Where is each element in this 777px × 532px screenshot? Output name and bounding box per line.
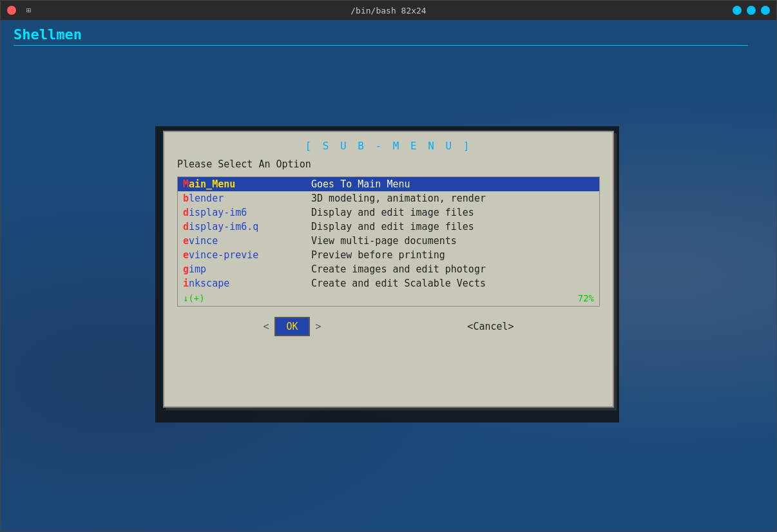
item-key: i bbox=[183, 278, 189, 289]
ok-suffix: > bbox=[310, 321, 321, 332]
item-key: d bbox=[183, 221, 189, 233]
item-key: e bbox=[183, 249, 189, 261]
item-key: g bbox=[183, 263, 189, 275]
title-bar: ⊞ /bin/bash 82x24 bbox=[1, 1, 776, 20]
list-footer: ↓(+) 72% bbox=[178, 290, 599, 306]
item-key: d bbox=[183, 207, 189, 218]
dialog-subtitle: Please Select An Option bbox=[164, 156, 613, 176]
item-description: Preview before printing bbox=[311, 249, 445, 261]
item-name: vince-previe bbox=[189, 249, 311, 261]
item-name: nkscape bbox=[189, 278, 311, 289]
title-bar-controls: ⊞ bbox=[7, 6, 31, 15]
ok-button-wrapper: < OK > bbox=[263, 317, 321, 336]
list-item[interactable]: gimp Create images and edit photogr bbox=[178, 262, 599, 276]
dialog-title: [ S U B - M E N U ] bbox=[164, 132, 613, 156]
list-item[interactable]: inkscape Create and edit Scalable Vects bbox=[178, 276, 599, 290]
close-button[interactable] bbox=[7, 6, 16, 15]
window-actions bbox=[733, 6, 770, 15]
item-name: vince bbox=[189, 235, 311, 247]
item-description: Create images and edit photogr bbox=[311, 263, 486, 275]
window-title: /bin/bash 82x24 bbox=[350, 6, 426, 15]
grid-icon[interactable]: ⊞ bbox=[26, 6, 31, 15]
menu-list: Main_Menu Goes To Main Menu blender 3D m… bbox=[177, 176, 600, 307]
item-description: 3D modeling, animation, render bbox=[311, 193, 486, 204]
list-item[interactable]: blender 3D modeling, animation, render bbox=[178, 191, 599, 205]
minimize-button[interactable] bbox=[733, 6, 742, 15]
item-description: View multi-page documents bbox=[311, 235, 457, 247]
dialog-box: [ S U B - M E N U ] Please Select An Opt… bbox=[163, 131, 614, 408]
item-description: Display and edit image files bbox=[311, 221, 474, 233]
item-description: Display and edit image files bbox=[311, 207, 474, 218]
dialog-overlay: [ S U B - M E N U ] Please Select An Opt… bbox=[1, 20, 776, 531]
item-name: ain_Menu bbox=[189, 178, 311, 190]
cancel-button[interactable]: <Cancel> bbox=[467, 321, 513, 332]
list-item[interactable]: evince-previe Preview before printing bbox=[178, 248, 599, 262]
maximize-button[interactable] bbox=[747, 6, 756, 15]
item-key: b bbox=[183, 193, 189, 204]
item-description: Goes To Main Menu bbox=[311, 178, 410, 190]
list-item[interactable]: display-im6 Display and edit image files bbox=[178, 205, 599, 220]
item-key: M bbox=[183, 178, 189, 190]
ok-prefix: < bbox=[263, 321, 274, 332]
list-item[interactable]: display-im6.q Display and edit image fil… bbox=[178, 220, 599, 234]
scroll-percent: 72% bbox=[578, 293, 594, 303]
item-description: Create and edit Scalable Vects bbox=[311, 278, 486, 289]
item-name: imp bbox=[189, 263, 311, 275]
terminal-content: Shellmen [ S U B - M E N U ] Please Sele… bbox=[1, 20, 776, 531]
item-name: isplay-im6 bbox=[189, 207, 311, 218]
item-key: e bbox=[183, 235, 189, 247]
dialog-buttons: < OK > <Cancel> bbox=[164, 307, 613, 347]
list-item[interactable]: Main_Menu Goes To Main Menu bbox=[178, 177, 599, 191]
terminal-window: ⊞ /bin/bash 82x24 Shellmen [ S U B - M E… bbox=[0, 0, 777, 532]
item-name: isplay-im6.q bbox=[189, 221, 311, 233]
more-indicator: ↓(+) bbox=[183, 293, 205, 303]
list-item[interactable]: evince View multi-page documents bbox=[178, 234, 599, 248]
item-name: lender bbox=[189, 193, 311, 204]
ok-button[interactable]: OK bbox=[274, 317, 309, 336]
fullscreen-button[interactable] bbox=[761, 6, 770, 15]
